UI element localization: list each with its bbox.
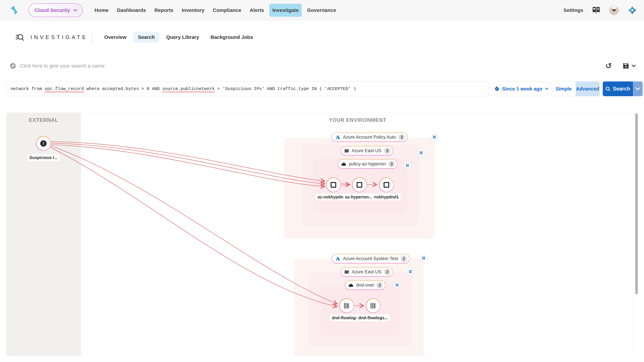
product-switcher[interactable]: Cloud Security — [28, 3, 83, 17]
region-map-icon — [344, 148, 349, 153]
search-button-label: Search — [613, 86, 630, 92]
node-subnet-1[interactable] — [339, 298, 354, 313]
time-range-label: Since 1 week ago — [502, 86, 542, 92]
nav-item-investigate[interactable]: Investigate — [269, 4, 302, 17]
vertical-scrollbar-thumb[interactable] — [635, 113, 638, 294]
tab-background-jobs[interactable]: Background Jobs — [206, 32, 257, 43]
count-badge: 3 — [388, 161, 395, 167]
nav-item-inventory[interactable]: Inventory — [179, 4, 208, 17]
node-subnet-2[interactable] — [366, 298, 380, 313]
node-vm-3[interactable] — [379, 177, 394, 192]
query-text: = 'Suspicious IPs' AND traffic.type IN (… — [215, 86, 356, 91]
group-box-vnet-2 — [321, 285, 400, 335]
mode-advanced-button[interactable]: Advanced — [576, 82, 600, 96]
query-mode-toggle: Simple Advanced — [552, 81, 600, 96]
query-text: network from — [10, 86, 44, 91]
nav-item-dashboards[interactable]: Dashboards — [114, 4, 149, 17]
azure-icon — [335, 256, 340, 261]
subnet-icon — [370, 303, 376, 309]
nav-item-home[interactable]: Home — [92, 4, 112, 17]
group-pill-label: Azure East US — [352, 269, 381, 275]
subnet-icon — [344, 303, 350, 309]
org-logo-icon[interactable] — [628, 5, 637, 15]
nav-item-alerts[interactable]: Alerts — [247, 4, 267, 17]
query-token-field: source.publicnetwork — [162, 86, 215, 91]
node-suspicious-ips[interactable]: ! — [36, 136, 51, 151]
collapse-icon-account-1[interactable] — [430, 133, 438, 141]
page-title: INVESTIGATE — [30, 34, 88, 40]
main-nav: Home Dashboards Reports Inventory Compli… — [92, 4, 339, 17]
collapse-icon-region-1[interactable] — [417, 149, 425, 157]
vm-icon — [356, 182, 362, 188]
collapse-icon-region-2[interactable] — [406, 268, 414, 276]
search-button[interactable]: Search — [603, 81, 633, 96]
docs-book-icon[interactable] — [592, 6, 600, 14]
top-right-actions: Settings — [564, 5, 637, 15]
search-name-input[interactable]: Click here to give your search a name — [20, 63, 105, 69]
node-label: nskhypdnd1 — [372, 194, 401, 200]
count-badge: 3 — [384, 148, 390, 154]
count-badge: 2 — [376, 282, 383, 289]
group-pill-label: Azure Account Policy Auto — [343, 135, 396, 140]
tab-search[interactable]: Search — [134, 32, 159, 43]
collapse-icon-vnet-2[interactable] — [393, 281, 401, 289]
group-pill-account-1[interactable]: Azure Account Policy Auto 3 — [332, 132, 408, 142]
save-chevron-down-icon[interactable] — [632, 64, 636, 67]
settings-link[interactable]: Settings — [564, 7, 583, 13]
query-row: network from vpc.flow_record where accep… — [0, 81, 644, 96]
query-text: where accepted.bytes > 0 AND — [84, 86, 162, 91]
node-suspicious-ips-body: ! — [36, 137, 50, 150]
brand-logo-icon[interactable] — [10, 5, 18, 15]
collapse-icon-vnet-1[interactable] — [404, 162, 411, 169]
region-map-icon — [344, 270, 349, 274]
azure-icon — [335, 135, 340, 140]
search-split-button: Search — [603, 81, 643, 96]
search-name-row: Click here to give your search a name ↺ — [0, 54, 644, 78]
collapse-icon-account-2[interactable] — [420, 254, 428, 262]
save-button[interactable] — [622, 62, 636, 69]
node-vm-2[interactable] — [352, 177, 367, 192]
query-token-table: vpc.flow_record — [44, 86, 84, 91]
name-actions: ↺ — [605, 62, 636, 70]
node-label: az-hyperion-... — [343, 194, 376, 200]
chevron-down-icon — [636, 87, 640, 90]
nav-item-governance[interactable]: Governance — [304, 4, 339, 17]
chevron-down-icon — [73, 9, 78, 11]
tab-overview[interactable]: Overview — [100, 32, 131, 43]
investigate-header: INVESTIGATE Overview Search Query Librar… — [6, 20, 644, 54]
external-zone-header: EXTERNAL — [6, 117, 81, 123]
clock-icon — [494, 86, 499, 92]
group-pill-label: dnd-vnet — [356, 283, 374, 288]
group-pill-region-2[interactable]: Azure East US 2 — [340, 267, 393, 277]
cloud-icon — [348, 283, 354, 287]
nav-item-compliance[interactable]: Compliance — [210, 4, 244, 17]
topology-graph-canvas[interactable]: EXTERNAL YOUR ENVIRONMENT ! — [6, 113, 634, 356]
count-badge: 3 — [398, 134, 405, 140]
group-pill-vnet-1[interactable]: policy-az-hyperion 3 — [338, 159, 398, 169]
group-pill-vnet-2[interactable]: dnd-vnet 2 — [345, 280, 386, 290]
node-vm-1[interactable] — [326, 177, 341, 192]
vm-icon — [384, 182, 389, 188]
user-avatar[interactable] — [609, 5, 619, 15]
group-pill-label: policy-az-hyperion — [349, 161, 386, 167]
divider — [92, 31, 92, 43]
edit-name-icon — [10, 62, 16, 69]
search-icon — [606, 86, 610, 91]
save-floppy-icon — [622, 62, 629, 69]
undo-icon[interactable]: ↺ — [605, 62, 612, 70]
group-pill-region-1[interactable]: Azure East US 3 — [340, 146, 393, 156]
exclamation-icon: ! — [40, 140, 46, 147]
time-range-dropdown[interactable]: Since 1 week ago — [494, 81, 548, 96]
top-nav-bar: Cloud Security Home Dashboards Reports I… — [0, 0, 644, 20]
group-pill-account-2[interactable]: Azure Account System Test 2 — [332, 254, 410, 264]
chevron-down-icon — [545, 87, 548, 90]
mode-simple-button[interactable]: Simple — [552, 82, 576, 96]
query-input[interactable]: network from vpc.flow_record where accep… — [6, 81, 488, 96]
nav-item-reports[interactable]: Reports — [151, 4, 176, 17]
cloud-icon — [341, 162, 346, 166]
group-pill-label: Azure Account System Test — [343, 256, 398, 261]
product-switcher-label: Cloud Security — [34, 7, 70, 13]
search-options-caret[interactable] — [633, 81, 643, 96]
environment-zone-header: YOUR ENVIRONMENT — [81, 117, 634, 123]
tab-query-library[interactable]: Query Library — [162, 32, 204, 43]
